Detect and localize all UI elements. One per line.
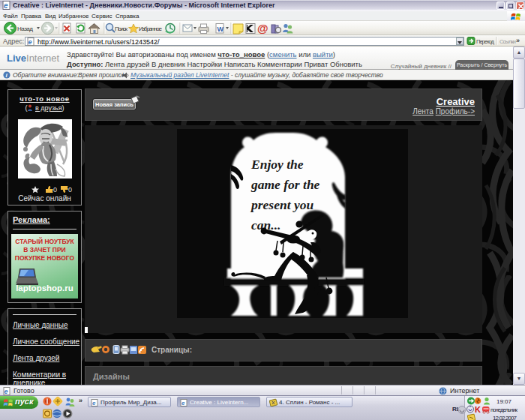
svg-text:present you: present you xyxy=(250,197,314,212)
svg-text:Переход: Переход xyxy=(476,38,495,45)
svg-text:e: e xyxy=(4,2,8,10)
svg-text:e: e xyxy=(92,400,96,406)
svg-text:e: e xyxy=(4,388,8,395)
svg-text:Enjoy the: Enjoy the xyxy=(250,157,304,172)
svg-text:понедельник: понедельник xyxy=(490,406,518,413)
svg-text:19:07: 19:07 xyxy=(496,398,512,405)
svg-text:e: e xyxy=(182,400,185,406)
svg-text:Назад: Назад xyxy=(17,26,33,32)
svg-text:12.02.2007: 12.02.2007 xyxy=(493,415,518,420)
svg-text:e: e xyxy=(28,38,32,46)
svg-text:Ссылки: Ссылки xyxy=(500,38,516,45)
svg-text:W: W xyxy=(218,26,224,33)
svg-text:game for the: game for the xyxy=(250,177,320,192)
svg-text:»: » xyxy=(79,397,82,404)
svg-text:@: @ xyxy=(257,22,268,34)
svg-text:Избранное: Избранное xyxy=(139,26,163,32)
svg-text:Поиск: Поиск xyxy=(115,26,128,32)
